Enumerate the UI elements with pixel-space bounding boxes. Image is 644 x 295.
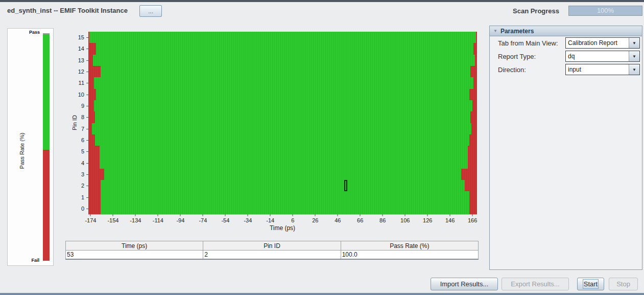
x-axis-tick-label: 126 xyxy=(423,217,432,223)
report-type-value: dq xyxy=(566,51,629,61)
more-options-button[interactable]: ... xyxy=(139,5,162,17)
y-axis-tick-label: 7 xyxy=(81,126,84,132)
heatmap-row-pin-6[interactable] xyxy=(88,134,477,146)
tab-from-main-view-select[interactable]: Calibration Report ▼ xyxy=(565,37,640,49)
readout-passrate-value: 100.0 xyxy=(341,251,478,260)
readout-pin-value: 2 xyxy=(203,251,341,260)
x-axis-tick-mark xyxy=(135,214,136,216)
y-axis: 1514131211109876543210 xyxy=(65,32,88,214)
x-axis-tick-mark xyxy=(270,214,271,216)
chevron-down-icon[interactable]: ▼ xyxy=(629,64,639,75)
x-axis-tick-label: -154 xyxy=(107,217,118,223)
y-axis-tick-label: 8 xyxy=(81,114,84,120)
x-axis-tick-label: 26 xyxy=(312,217,318,223)
selected-cell-marker xyxy=(344,180,347,191)
heatmap-row-pin-15[interactable] xyxy=(88,32,477,43)
x-axis-tick-mark xyxy=(427,214,428,216)
report-type-label: Report Type: xyxy=(498,53,536,60)
scan-progress-label: Scan Progress xyxy=(513,7,559,15)
chevron-down-icon[interactable]: ▼ xyxy=(629,38,639,48)
x-axis-tick-mark xyxy=(158,214,158,216)
heatmap-row-pin-1[interactable] xyxy=(88,191,477,202)
heatmap-row-pin-5[interactable] xyxy=(88,146,477,157)
heatmap-row-pin-12[interactable] xyxy=(88,66,477,77)
x-axis-tick-label: -14 xyxy=(266,217,274,223)
heatmap-row-pin-9[interactable] xyxy=(88,100,477,111)
x-axis-tick-mark xyxy=(203,214,203,216)
x-axis-tick-label: -94 xyxy=(176,217,184,223)
legend-colorbar xyxy=(43,33,50,261)
x-axis-tick-mark xyxy=(405,214,406,216)
tab-from-main-view-label: Tab from Main View: xyxy=(498,39,558,47)
x-axis-tick-mark xyxy=(338,214,338,216)
y-axis-tick-label: 2 xyxy=(81,183,84,189)
y-axis-tick-label: 12 xyxy=(78,69,84,75)
readout-table: Time (ps) Pin ID Pass Rate (%) 53 2 100.… xyxy=(65,241,479,260)
x-axis-tick-label: 66 xyxy=(357,217,363,223)
heatmap-row-pin-3[interactable] xyxy=(88,169,477,180)
heatmap-row-pin-8[interactable] xyxy=(88,111,477,123)
readout-col-passrate: Pass Rate (%) xyxy=(341,241,478,251)
y-axis-tick-label: 0 xyxy=(81,206,84,212)
x-axis-tick-mark xyxy=(360,214,361,216)
scan-progress-value: 100% xyxy=(569,6,642,15)
x-axis: -174-154-134-114-94-74-54-34-14626466686… xyxy=(88,214,477,225)
heatmap-row-pin-4[interactable] xyxy=(88,157,477,168)
readout-row: 53 2 100.0 xyxy=(66,251,479,260)
x-axis-tick-mark xyxy=(113,214,113,216)
x-axis-tick-label: 146 xyxy=(445,217,455,223)
heatmap-row-pin-0[interactable] xyxy=(88,203,477,214)
readout-col-pin: Pin ID xyxy=(203,241,341,251)
window-top-border xyxy=(0,0,644,2)
y-axis-tick-label: 13 xyxy=(78,57,84,63)
x-axis-tick-mark xyxy=(383,214,383,216)
x-axis-tick-label: -174 xyxy=(85,217,96,223)
x-axis-tick-label: 6 xyxy=(291,217,294,223)
heatmap-row-pin-14[interactable] xyxy=(88,43,477,54)
heatmap-row-pin-10[interactable] xyxy=(88,89,477,100)
x-axis-tick-mark xyxy=(472,214,473,216)
x-axis-tick-label: -34 xyxy=(244,217,252,223)
x-axis-tick-mark xyxy=(450,214,450,216)
direction-label: Direction: xyxy=(498,66,526,74)
x-axis-tick-mark xyxy=(293,214,293,216)
direction-select[interactable]: input ▼ xyxy=(565,64,640,75)
heatmap-row-pin-7[interactable] xyxy=(88,123,477,134)
x-axis-tick-mark xyxy=(90,214,91,216)
y-axis-tick-label: 15 xyxy=(78,34,84,40)
start-button[interactable]: Start xyxy=(577,278,604,290)
x-axis-tick-mark xyxy=(248,214,248,216)
x-axis-tick-label: -54 xyxy=(221,217,229,223)
y-axis-tick-label: 4 xyxy=(81,160,84,166)
import-results-button[interactable]: Import Results... xyxy=(431,278,498,290)
x-axis-title: Time (ps) xyxy=(270,224,295,232)
heatmap-row-pin-11[interactable] xyxy=(88,77,477,88)
parameters-header[interactable]: ▼ Parameters xyxy=(490,26,642,36)
window-title: ed_synth_inst -- EMIF Toolkit Instance xyxy=(7,7,128,14)
heatmap-row-pin-13[interactable] xyxy=(88,55,477,66)
tab-from-main-view-value: Calibration Report xyxy=(566,38,629,48)
x-axis-tick-label: -134 xyxy=(130,217,141,223)
start-button-label: Start xyxy=(584,280,598,288)
x-axis-tick-mark xyxy=(180,214,181,216)
heatmap-row-pin-2[interactable] xyxy=(88,180,477,191)
readout-col-time: Time (ps) xyxy=(66,241,203,251)
x-axis-tick-label: -74 xyxy=(199,217,207,223)
y-axis-tick-label: 1 xyxy=(81,194,84,200)
direction-value: input xyxy=(566,64,629,75)
window-bottom-border xyxy=(0,293,644,295)
chevron-down-icon[interactable]: ▼ xyxy=(629,51,639,61)
x-axis-tick-label: 86 xyxy=(379,217,386,223)
pass-rate-heatmap[interactable] xyxy=(88,32,477,215)
x-axis-tick-label: -114 xyxy=(153,217,163,223)
scan-progress-bar: 100% xyxy=(568,6,642,16)
legend-fail-label: Fail xyxy=(31,258,39,263)
x-axis-tick-label: 106 xyxy=(400,217,410,223)
readout-time-value: 53 xyxy=(66,251,203,260)
stop-button: Stop xyxy=(609,278,638,290)
y-axis-tick-label: 9 xyxy=(81,103,84,109)
report-type-select[interactable]: dq ▼ xyxy=(565,51,640,62)
x-axis-tick-mark xyxy=(315,214,316,216)
x-axis-tick-label: 166 xyxy=(468,217,477,223)
collapse-triangle-icon: ▼ xyxy=(493,29,497,33)
